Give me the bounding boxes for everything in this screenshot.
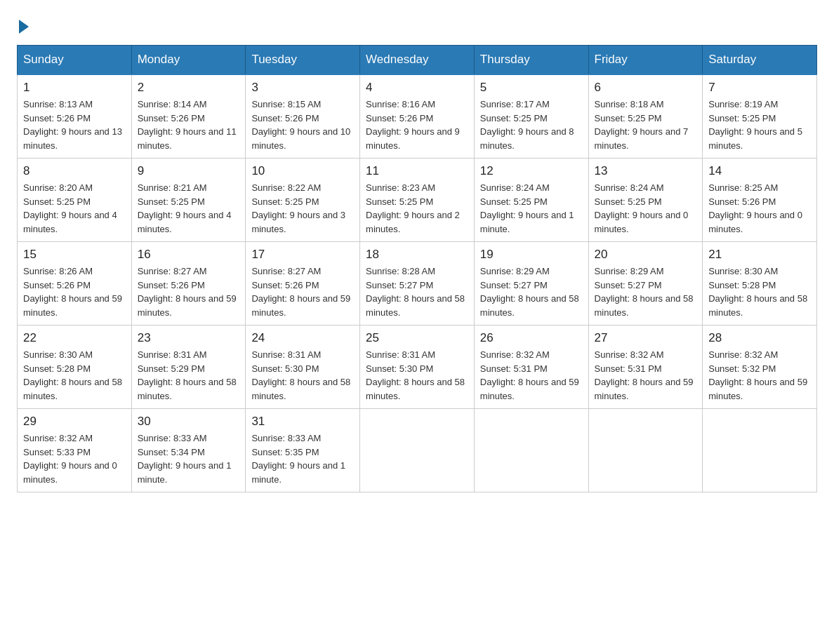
day-number: 8 bbox=[23, 164, 126, 178]
day-of-week-header: Saturday bbox=[703, 46, 817, 75]
calendar-day-cell: 16 Sunrise: 8:27 AMSunset: 5:26 PMDaylig… bbox=[131, 242, 246, 326]
day-info: Sunrise: 8:33 AMSunset: 5:35 PMDaylight:… bbox=[251, 431, 354, 486]
day-info: Sunrise: 8:32 AMSunset: 5:31 PMDaylight:… bbox=[480, 348, 583, 403]
day-info: Sunrise: 8:31 AMSunset: 5:30 PMDaylight:… bbox=[251, 348, 354, 403]
calendar-table: SundayMondayTuesdayWednesdayThursdayFrid… bbox=[17, 45, 817, 492]
calendar-day-cell: 3 Sunrise: 8:15 AMSunset: 5:26 PMDayligh… bbox=[246, 74, 360, 159]
day-number: 10 bbox=[251, 164, 354, 178]
day-number: 29 bbox=[23, 415, 126, 429]
calendar-day-cell: 18 Sunrise: 8:28 AMSunset: 5:27 PMDaylig… bbox=[360, 242, 475, 326]
day-number: 16 bbox=[138, 248, 240, 262]
day-number: 3 bbox=[251, 81, 354, 95]
day-info: Sunrise: 8:29 AMSunset: 5:27 PMDaylight:… bbox=[595, 264, 697, 319]
day-number: 31 bbox=[251, 415, 354, 429]
calendar-day-cell: 31 Sunrise: 8:33 AMSunset: 5:35 PMDaylig… bbox=[246, 409, 360, 492]
day-number: 17 bbox=[251, 248, 354, 262]
day-number: 26 bbox=[480, 331, 583, 345]
day-info: Sunrise: 8:32 AMSunset: 5:31 PMDaylight:… bbox=[595, 348, 697, 403]
day-of-week-header: Thursday bbox=[474, 46, 588, 75]
day-info: Sunrise: 8:27 AMSunset: 5:26 PMDaylight:… bbox=[138, 264, 240, 319]
calendar-week-row: 22 Sunrise: 8:30 AMSunset: 5:28 PMDaylig… bbox=[18, 326, 817, 409]
calendar-header-row: SundayMondayTuesdayWednesdayThursdayFrid… bbox=[18, 46, 817, 75]
day-info: Sunrise: 8:22 AMSunset: 5:25 PMDaylight:… bbox=[251, 181, 354, 236]
day-number: 13 bbox=[595, 164, 697, 178]
logo bbox=[17, 17, 29, 31]
day-number: 22 bbox=[23, 331, 126, 345]
calendar-day-cell: 24 Sunrise: 8:31 AMSunset: 5:30 PMDaylig… bbox=[246, 326, 360, 409]
day-number: 12 bbox=[480, 164, 583, 178]
day-number: 20 bbox=[595, 248, 697, 262]
day-of-week-header: Monday bbox=[131, 46, 246, 75]
day-of-week-header: Tuesday bbox=[246, 46, 360, 75]
day-number: 6 bbox=[595, 81, 697, 95]
day-number: 15 bbox=[23, 248, 126, 262]
calendar-day-cell: 22 Sunrise: 8:30 AMSunset: 5:28 PMDaylig… bbox=[18, 326, 132, 409]
day-number: 4 bbox=[366, 81, 468, 95]
day-info: Sunrise: 8:25 AMSunset: 5:26 PMDaylight:… bbox=[708, 181, 811, 236]
calendar-day-cell: 21 Sunrise: 8:30 AMSunset: 5:28 PMDaylig… bbox=[703, 242, 817, 326]
day-info: Sunrise: 8:14 AMSunset: 5:26 PMDaylight:… bbox=[138, 98, 240, 152]
day-number: 25 bbox=[366, 331, 468, 345]
day-of-week-header: Sunday bbox=[18, 46, 132, 75]
logo-arrow-icon bbox=[19, 20, 29, 34]
calendar-day-cell: 26 Sunrise: 8:32 AMSunset: 5:31 PMDaylig… bbox=[474, 326, 588, 409]
day-info: Sunrise: 8:30 AMSunset: 5:28 PMDaylight:… bbox=[708, 264, 811, 319]
day-info: Sunrise: 8:32 AMSunset: 5:33 PMDaylight:… bbox=[23, 431, 126, 486]
day-number: 14 bbox=[708, 164, 811, 178]
day-info: Sunrise: 8:29 AMSunset: 5:27 PMDaylight:… bbox=[480, 264, 583, 319]
day-info: Sunrise: 8:31 AMSunset: 5:30 PMDaylight:… bbox=[366, 348, 468, 403]
calendar-day-cell: 1 Sunrise: 8:13 AMSunset: 5:26 PMDayligh… bbox=[18, 74, 132, 159]
calendar-day-cell: 17 Sunrise: 8:27 AMSunset: 5:26 PMDaylig… bbox=[246, 242, 360, 326]
calendar-day-cell: 5 Sunrise: 8:17 AMSunset: 5:25 PMDayligh… bbox=[474, 74, 588, 159]
calendar-day-cell: 7 Sunrise: 8:19 AMSunset: 5:25 PMDayligh… bbox=[703, 74, 817, 159]
day-info: Sunrise: 8:24 AMSunset: 5:25 PMDaylight:… bbox=[480, 181, 583, 236]
day-number: 23 bbox=[138, 331, 240, 345]
calendar-day-cell: 20 Sunrise: 8:29 AMSunset: 5:27 PMDaylig… bbox=[588, 242, 703, 326]
calendar-week-row: 15 Sunrise: 8:26 AMSunset: 5:26 PMDaylig… bbox=[18, 242, 817, 326]
calendar-day-cell: 27 Sunrise: 8:32 AMSunset: 5:31 PMDaylig… bbox=[588, 326, 703, 409]
calendar-day-cell: 2 Sunrise: 8:14 AMSunset: 5:26 PMDayligh… bbox=[131, 74, 246, 159]
day-number: 7 bbox=[708, 81, 811, 95]
day-info: Sunrise: 8:27 AMSunset: 5:26 PMDaylight:… bbox=[251, 264, 354, 319]
calendar-week-row: 8 Sunrise: 8:20 AMSunset: 5:25 PMDayligh… bbox=[18, 159, 817, 242]
calendar-week-row: 29 Sunrise: 8:32 AMSunset: 5:33 PMDaylig… bbox=[18, 409, 817, 492]
calendar-day-cell: 9 Sunrise: 8:21 AMSunset: 5:25 PMDayligh… bbox=[131, 159, 246, 242]
calendar-day-cell bbox=[360, 409, 475, 492]
day-info: Sunrise: 8:18 AMSunset: 5:25 PMDaylight:… bbox=[595, 98, 697, 152]
day-number: 28 bbox=[708, 331, 811, 345]
calendar-day-cell: 23 Sunrise: 8:31 AMSunset: 5:29 PMDaylig… bbox=[131, 326, 246, 409]
calendar-day-cell: 13 Sunrise: 8:24 AMSunset: 5:25 PMDaylig… bbox=[588, 159, 703, 242]
calendar-day-cell: 10 Sunrise: 8:22 AMSunset: 5:25 PMDaylig… bbox=[246, 159, 360, 242]
day-number: 2 bbox=[138, 81, 240, 95]
calendar-day-cell bbox=[474, 409, 588, 492]
day-info: Sunrise: 8:20 AMSunset: 5:25 PMDaylight:… bbox=[23, 181, 126, 236]
calendar-day-cell: 14 Sunrise: 8:25 AMSunset: 5:26 PMDaylig… bbox=[703, 159, 817, 242]
day-info: Sunrise: 8:15 AMSunset: 5:26 PMDaylight:… bbox=[251, 98, 354, 152]
day-info: Sunrise: 8:32 AMSunset: 5:32 PMDaylight:… bbox=[708, 348, 811, 403]
day-number: 27 bbox=[595, 331, 697, 345]
day-info: Sunrise: 8:21 AMSunset: 5:25 PMDaylight:… bbox=[138, 181, 240, 236]
day-of-week-header: Friday bbox=[588, 46, 703, 75]
calendar-day-cell: 19 Sunrise: 8:29 AMSunset: 5:27 PMDaylig… bbox=[474, 242, 588, 326]
day-number: 21 bbox=[708, 248, 811, 262]
day-number: 9 bbox=[138, 164, 240, 178]
day-number: 11 bbox=[366, 164, 468, 178]
day-info: Sunrise: 8:31 AMSunset: 5:29 PMDaylight:… bbox=[138, 348, 240, 403]
calendar-day-cell: 11 Sunrise: 8:23 AMSunset: 5:25 PMDaylig… bbox=[360, 159, 475, 242]
calendar-day-cell: 8 Sunrise: 8:20 AMSunset: 5:25 PMDayligh… bbox=[18, 159, 132, 242]
calendar-week-row: 1 Sunrise: 8:13 AMSunset: 5:26 PMDayligh… bbox=[18, 74, 817, 159]
day-number: 30 bbox=[138, 415, 240, 429]
day-number: 24 bbox=[251, 331, 354, 345]
page-header bbox=[17, 17, 817, 31]
day-info: Sunrise: 8:23 AMSunset: 5:25 PMDaylight:… bbox=[366, 181, 468, 236]
calendar-day-cell: 25 Sunrise: 8:31 AMSunset: 5:30 PMDaylig… bbox=[360, 326, 475, 409]
calendar-day-cell bbox=[703, 409, 817, 492]
day-info: Sunrise: 8:24 AMSunset: 5:25 PMDaylight:… bbox=[595, 181, 697, 236]
calendar-day-cell: 15 Sunrise: 8:26 AMSunset: 5:26 PMDaylig… bbox=[18, 242, 132, 326]
day-info: Sunrise: 8:28 AMSunset: 5:27 PMDaylight:… bbox=[366, 264, 468, 319]
calendar-day-cell: 6 Sunrise: 8:18 AMSunset: 5:25 PMDayligh… bbox=[588, 74, 703, 159]
calendar-day-cell: 30 Sunrise: 8:33 AMSunset: 5:34 PMDaylig… bbox=[131, 409, 246, 492]
day-info: Sunrise: 8:16 AMSunset: 5:26 PMDaylight:… bbox=[366, 98, 468, 152]
day-number: 18 bbox=[366, 248, 468, 262]
day-info: Sunrise: 8:26 AMSunset: 5:26 PMDaylight:… bbox=[23, 264, 126, 319]
